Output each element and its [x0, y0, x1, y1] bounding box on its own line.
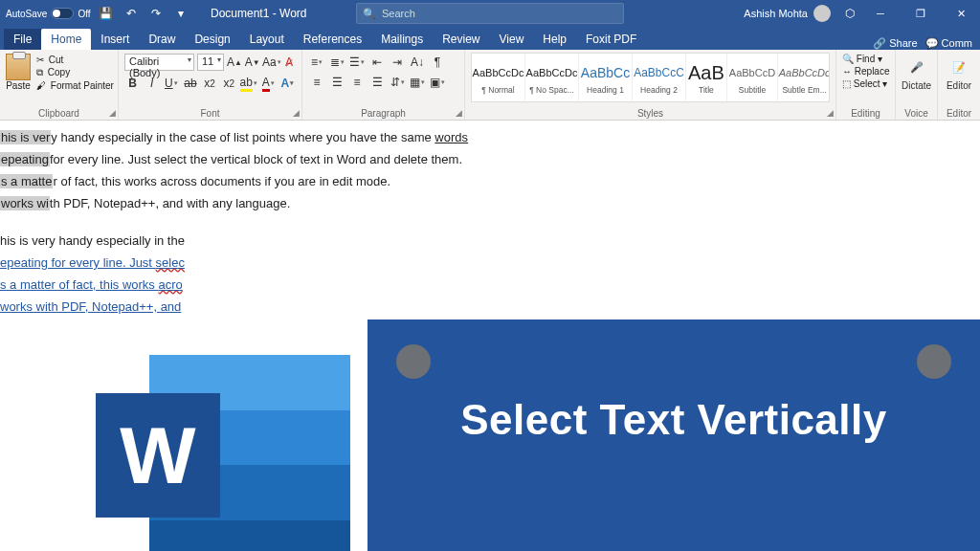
- account-button[interactable]: Ashish Mohta: [744, 5, 831, 22]
- styles-gallery[interactable]: AaBbCcDc¶ NormalAaBbCcDc¶ No Spac...AaBb…: [471, 53, 830, 102]
- group-label-editor: Editor: [938, 108, 980, 119]
- styles-dialog-launcher[interactable]: ◢: [827, 108, 834, 118]
- align-center-button[interactable]: ☰: [328, 74, 345, 91]
- share-button[interactable]: 🔗 Share: [873, 37, 917, 50]
- tab-home[interactable]: Home: [41, 29, 91, 50]
- style-subtitle[interactable]: AaBbCcDSubtitle: [727, 54, 778, 101]
- editor-button[interactable]: 📝 Editor: [944, 52, 974, 91]
- cloud-sync-icon[interactable]: ⬡: [840, 4, 859, 23]
- group-label-styles: Styles: [465, 108, 835, 119]
- group-label-clipboard: Clipboard: [0, 108, 118, 119]
- tab-file[interactable]: File: [4, 29, 41, 50]
- ribbon-tabs: File HomeInsertDrawDesignLayoutReference…: [0, 27, 980, 50]
- tab-help[interactable]: Help: [533, 29, 576, 50]
- style--normal[interactable]: AaBbCcDc¶ Normal: [472, 54, 525, 101]
- clear-formatting-icon[interactable]: A̷: [283, 54, 296, 71]
- search-icon: 🔍: [363, 8, 376, 20]
- borders-button[interactable]: ▣▾: [429, 74, 446, 91]
- decrease-indent-button[interactable]: ⇤: [368, 54, 386, 71]
- align-right-button[interactable]: ≡: [348, 74, 366, 91]
- strikethrough-button[interactable]: ab: [182, 75, 198, 92]
- decrease-font-icon[interactable]: A▼: [245, 54, 260, 71]
- format-painter-button[interactable]: 🖌 Format Painter: [34, 79, 118, 92]
- align-left-button[interactable]: ≡: [308, 74, 325, 91]
- paste-button[interactable]: Paste: [6, 52, 31, 91]
- shading-button[interactable]: ▦▾: [409, 74, 426, 91]
- tab-view[interactable]: View: [490, 29, 534, 50]
- style-heading-2[interactable]: AaBbCcCHeading 2: [633, 54, 686, 101]
- superscript-button[interactable]: x2: [221, 75, 237, 92]
- document-title: Document1 - Word: [211, 7, 306, 20]
- qat-customize-icon[interactable]: ▾: [171, 4, 190, 23]
- comments-button[interactable]: 💬 Comm: [925, 37, 972, 50]
- line-spacing-button[interactable]: ⇵▾: [389, 74, 406, 91]
- multilevel-button[interactable]: ☰▾: [348, 54, 366, 71]
- font-size-combo[interactable]: 11: [197, 54, 224, 71]
- undo-icon[interactable]: ↶: [122, 4, 141, 23]
- group-label-editing: Editing: [836, 108, 895, 119]
- clipboard-icon: [6, 54, 31, 80]
- editor-icon: 📝: [947, 55, 970, 78]
- group-label-voice: Voice: [896, 108, 937, 119]
- text-effects-button[interactable]: A▾: [279, 75, 296, 92]
- tab-insert[interactable]: Insert: [91, 29, 139, 50]
- tab-design[interactable]: Design: [185, 29, 239, 50]
- save-icon[interactable]: 💾: [97, 4, 116, 23]
- dictate-button[interactable]: 🎤 Dictate: [902, 52, 931, 91]
- select-button[interactable]: ⬚ Select ▾: [842, 78, 889, 89]
- change-case-icon[interactable]: Aa▾: [263, 54, 280, 71]
- style--no-spac-[interactable]: AaBbCcDc¶ No Spac...: [525, 54, 579, 101]
- avatar-icon: [813, 5, 831, 22]
- copy-button[interactable]: ⧉ Copy: [34, 66, 118, 79]
- find-button[interactable]: 🔍 Find ▾: [842, 54, 889, 64]
- autosave-toggle[interactable]: AutoSave Off: [6, 8, 91, 19]
- bullets-button[interactable]: ≡▾: [308, 54, 325, 71]
- increase-font-icon[interactable]: A▲: [227, 54, 242, 71]
- subscript-button[interactable]: x2: [202, 75, 218, 92]
- titlebar: AutoSave Off 💾 ↶ ↷ ▾ Document1 - Word 🔍 …: [0, 0, 980, 27]
- font-name-combo[interactable]: Calibri (Body): [124, 54, 194, 71]
- clipboard-dialog-launcher[interactable]: ◢: [109, 108, 116, 118]
- title-banner: Select Text Vertically Microsoft Word: [368, 320, 980, 551]
- style-heading-1[interactable]: AaBbCcHeading 1: [579, 54, 633, 101]
- style-subtle-em-[interactable]: AaBbCcDcSubtle Em...: [778, 54, 830, 101]
- font-dialog-launcher[interactable]: ◢: [293, 108, 300, 118]
- tab-references[interactable]: References: [294, 29, 371, 50]
- font-color-button[interactable]: A▾: [260, 75, 277, 92]
- close-button[interactable]: ✕: [942, 0, 980, 27]
- style-title[interactable]: AaBTitle: [686, 54, 727, 101]
- replace-button[interactable]: ↔ Replace: [842, 66, 889, 77]
- tab-layout[interactable]: Layout: [240, 29, 294, 50]
- search-box[interactable]: 🔍 Search: [356, 3, 624, 24]
- paragraph-dialog-launcher[interactable]: ◢: [456, 108, 462, 118]
- restore-button[interactable]: ❐: [902, 0, 940, 27]
- document-area[interactable]: his is very handy especially in the case…: [0, 121, 980, 551]
- numbering-button[interactable]: ≣▾: [328, 54, 345, 71]
- sort-button[interactable]: A↓: [409, 54, 426, 71]
- underline-button[interactable]: U▾: [163, 75, 179, 92]
- group-label-font: Font: [119, 108, 301, 119]
- cut-button[interactable]: ✂ Cut: [34, 54, 118, 66]
- tab-review[interactable]: Review: [433, 29, 489, 50]
- show-marks-button[interactable]: ¶: [429, 54, 446, 71]
- justify-button[interactable]: ☰: [368, 74, 386, 91]
- redo-icon[interactable]: ↷: [146, 4, 166, 23]
- group-label-paragraph: Paragraph: [302, 108, 464, 119]
- tab-draw[interactable]: Draw: [139, 29, 185, 50]
- highlight-button[interactable]: ab▾: [240, 75, 257, 92]
- ribbon: Paste ✂ Cut ⧉ Copy 🖌 Format Painter Clip…: [0, 50, 980, 121]
- tab-foxit-pdf[interactable]: Foxit PDF: [576, 29, 646, 50]
- minimize-button[interactable]: ─: [861, 0, 900, 27]
- microphone-icon: 🎤: [905, 55, 928, 78]
- tab-mailings[interactable]: Mailings: [371, 29, 433, 50]
- increase-indent-button[interactable]: ⇥: [389, 54, 406, 71]
- word-logo: W: [96, 355, 354, 551]
